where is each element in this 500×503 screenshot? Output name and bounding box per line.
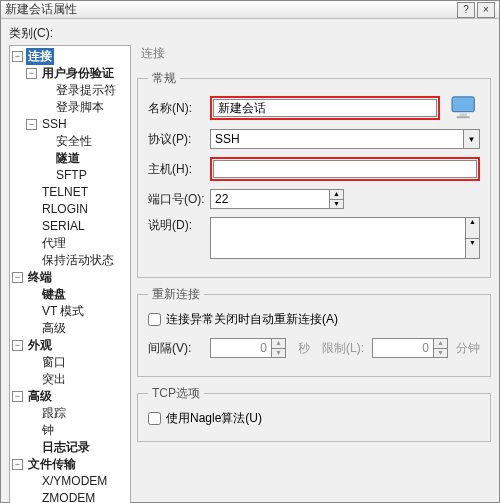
reconnect-label: 连接异常关闭时自动重新连接(A): [166, 311, 338, 328]
name-input[interactable]: [213, 99, 437, 117]
monitor-icon: [450, 95, 480, 121]
description-textarea[interactable]: [210, 217, 466, 259]
group-tcp-legend: TCP选项: [148, 385, 204, 402]
tree-node-telnet[interactable]: TELNET: [10, 184, 130, 201]
interval-input[interactable]: [210, 338, 272, 358]
port-stepper[interactable]: ▲▼: [210, 189, 344, 209]
tree-node-connection[interactable]: −连接: [10, 48, 130, 65]
tree-node-serial[interactable]: SERIAL: [10, 218, 130, 235]
interval-unit: 秒: [298, 340, 310, 357]
tree-node-rlogin[interactable]: RLOGIN: [10, 201, 130, 218]
category-label: 类别(C):: [9, 25, 491, 42]
collapse-icon[interactable]: −: [12, 459, 23, 470]
tree-node-logging[interactable]: 日志记录: [10, 439, 130, 456]
window-title: 新建会话属性: [5, 1, 455, 18]
tree-node-appearance[interactable]: −外观: [10, 337, 130, 354]
description-label: 说明(D):: [148, 217, 210, 234]
host-field-highlight: [210, 157, 480, 181]
name-field-highlight: [210, 96, 440, 120]
tree-node-advanced-term[interactable]: 高级: [10, 320, 130, 337]
svg-rect-2: [457, 116, 470, 118]
spin-up-icon[interactable]: ▲: [434, 338, 448, 348]
port-label: 端口号(O):: [148, 191, 210, 208]
tree-node-highlight[interactable]: 突出: [10, 371, 130, 388]
group-general: 常规 名称(N): 协议(P): ▼: [137, 70, 491, 278]
protocol-select[interactable]: ▼: [210, 129, 480, 149]
group-general-legend: 常规: [148, 70, 180, 87]
name-label: 名称(N):: [148, 100, 210, 117]
tree-node-vtmode[interactable]: VT 模式: [10, 303, 130, 320]
spin-up-icon[interactable]: ▲: [330, 189, 344, 199]
spin-up-icon[interactable]: ▲: [272, 338, 286, 348]
host-label: 主机(H):: [148, 161, 210, 178]
limit-label: 限制(L):: [322, 340, 372, 357]
content-heading: 连接: [141, 45, 491, 62]
tree-node-keyboard[interactable]: 键盘: [10, 286, 130, 303]
group-reconnect-legend: 重新连接: [148, 286, 204, 303]
nagle-label: 使用Nagle算法(U): [166, 410, 262, 427]
tree-node-security[interactable]: 安全性: [10, 133, 130, 150]
svg-rect-0: [452, 97, 474, 112]
spin-down-icon[interactable]: ▼: [434, 348, 448, 359]
limit-stepper[interactable]: ▲▼: [372, 338, 448, 358]
session-properties-dialog: 新建会话属性 ? × 类别(C): −连接 −用户身份验证 登录提示符 登录脚本…: [0, 0, 500, 503]
limit-input[interactable]: [372, 338, 434, 358]
collapse-icon[interactable]: −: [12, 391, 23, 402]
chevron-down-icon[interactable]: ▼: [464, 129, 480, 149]
spin-down-icon[interactable]: ▼: [330, 199, 344, 210]
tree-node-auth[interactable]: −用户身份验证: [10, 65, 130, 82]
close-button[interactable]: ×: [477, 2, 495, 18]
scroll-up-icon[interactable]: ▲: [466, 217, 480, 238]
nagle-checkbox[interactable]: [148, 412, 161, 425]
host-input[interactable]: [213, 160, 477, 178]
collapse-icon[interactable]: −: [12, 272, 23, 283]
tree-node-advanced[interactable]: −高级: [10, 388, 130, 405]
svg-rect-1: [459, 114, 466, 117]
tree-node-tunnel[interactable]: 隧道: [10, 150, 130, 167]
tree-node-login-script[interactable]: 登录脚本: [10, 99, 130, 116]
tree-node-filetransfer[interactable]: −文件传输: [10, 456, 130, 473]
content-panel: 连接 常规 名称(N): 协议(P): ▼: [137, 45, 491, 503]
titlebar: 新建会话属性 ? ×: [1, 1, 499, 19]
protocol-value[interactable]: [210, 129, 464, 149]
limit-unit: 分钟: [456, 340, 480, 357]
tree-node-window[interactable]: 窗口: [10, 354, 130, 371]
protocol-label: 协议(P):: [148, 131, 210, 148]
group-reconnect: 重新连接 连接异常关闭时自动重新连接(A) 间隔(V): ▲▼ 秒 限制(L):: [137, 286, 491, 377]
tree-node-trace[interactable]: 跟踪: [10, 405, 130, 422]
port-input[interactable]: [210, 189, 330, 209]
category-tree[interactable]: −连接 −用户身份验证 登录提示符 登录脚本 −SSH 安全性 隧道 SFTP …: [9, 45, 131, 503]
tree-node-zmodem[interactable]: ZMODEM: [10, 490, 130, 503]
tree-node-xymodem[interactable]: X/YMODEM: [10, 473, 130, 490]
group-tcp: TCP选项 使用Nagle算法(U): [137, 385, 491, 442]
collapse-icon[interactable]: −: [12, 340, 23, 351]
interval-label: 间隔(V):: [148, 340, 210, 357]
tree-node-terminal[interactable]: −终端: [10, 269, 130, 286]
collapse-icon[interactable]: −: [12, 51, 23, 62]
tree-node-keepalive[interactable]: 保持活动状态: [10, 252, 130, 269]
collapse-icon[interactable]: −: [26, 68, 37, 79]
tree-node-ssh[interactable]: −SSH: [10, 116, 130, 133]
scroll-down-icon[interactable]: ▼: [466, 238, 480, 260]
tree-node-login-prompt[interactable]: 登录提示符: [10, 82, 130, 99]
tree-node-proxy[interactable]: 代理: [10, 235, 130, 252]
collapse-icon[interactable]: −: [26, 119, 37, 130]
tree-node-sftp[interactable]: SFTP: [10, 167, 130, 184]
help-button[interactable]: ?: [457, 2, 475, 18]
reconnect-checkbox[interactable]: [148, 313, 161, 326]
interval-stepper[interactable]: ▲▼: [210, 338, 286, 358]
tree-node-bell[interactable]: 钟: [10, 422, 130, 439]
spin-down-icon[interactable]: ▼: [272, 348, 286, 359]
